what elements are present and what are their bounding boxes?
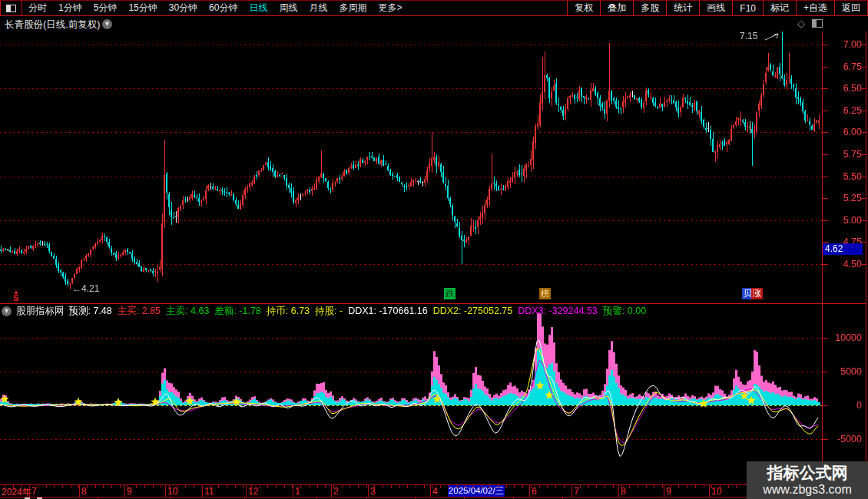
- time-tick: [465, 485, 465, 488]
- time-tick: [613, 485, 614, 488]
- window-icon[interactable]: [812, 19, 823, 28]
- action-item-复权[interactable]: 复权: [568, 1, 601, 16]
- axis-tick: [861, 242, 866, 243]
- time-tick: [383, 485, 383, 488]
- action-item-+自选[interactable]: +自选: [797, 1, 835, 16]
- action-item-多股[interactable]: 多股: [634, 1, 667, 16]
- time-tick: [317, 485, 318, 488]
- time-tick: [62, 485, 63, 488]
- axis-tick: [823, 405, 828, 406]
- time-tick: [605, 485, 605, 488]
- action-item-返回[interactable]: 返回: [835, 1, 867, 16]
- price-axis-label: 6.25: [830, 105, 862, 116]
- time-tick: [300, 485, 301, 488]
- month-label: 2: [333, 486, 339, 497]
- month-label: 4: [432, 486, 438, 497]
- period-item-分时[interactable]: 分时: [28, 2, 47, 15]
- chevron-down-circle-icon[interactable]: ▼: [102, 19, 112, 29]
- month-label: 8: [621, 486, 626, 497]
- ddx-indicator-canvas[interactable]: [0, 304, 822, 484]
- indicator-field: 持币: 6.73: [267, 305, 310, 318]
- axis-tick: [823, 198, 828, 199]
- period-item-5分钟[interactable]: 5分钟: [94, 2, 118, 15]
- period-item-更多>[interactable]: 更多>: [378, 2, 402, 15]
- window-split-icon[interactable]: [0, 1, 22, 16]
- chart-right-border: [866, 31, 866, 497]
- time-tick: [539, 485, 540, 488]
- time-tick: [227, 485, 227, 488]
- period-item-1分钟[interactable]: 1分钟: [58, 2, 82, 15]
- time-tick: [111, 485, 112, 488]
- month-divider: [618, 485, 619, 497]
- time-tick: [704, 485, 704, 488]
- axis-tick: [861, 111, 866, 111]
- time-tick: [87, 485, 88, 488]
- action-item-F10[interactable]: F10: [733, 1, 764, 16]
- period-item-30分钟[interactable]: 30分钟: [169, 2, 197, 15]
- time-tick: [342, 485, 343, 488]
- period-item-15分钟[interactable]: 15分钟: [128, 2, 157, 15]
- time-tick: [498, 485, 499, 488]
- time-tick: [120, 485, 121, 488]
- time-tick: [366, 485, 367, 488]
- period-item-周线[interactable]: 周线: [279, 2, 297, 15]
- main-chart-canvas[interactable]: [0, 31, 822, 303]
- time-tick: [194, 485, 194, 488]
- time-tick: [358, 485, 359, 488]
- axis-tick: [823, 88, 828, 89]
- time-tick: [506, 485, 507, 488]
- axis-tick: [823, 67, 828, 68]
- action-item-标记[interactable]: 标记: [764, 1, 797, 16]
- indicator-axis-label: 10000: [830, 332, 862, 343]
- month-label: 8: [81, 486, 87, 497]
- event-badge-榜[interactable]: 榜: [539, 288, 551, 299]
- period-item-多周期[interactable]: 多周期: [339, 2, 366, 15]
- axis-tick: [861, 220, 866, 221]
- time-tick: [136, 485, 137, 488]
- event-badge-跌[interactable]: 跌: [444, 288, 456, 299]
- month-divider: [571, 485, 572, 497]
- stock-app-window: 分时1分钟5分钟15分钟30分钟60分钟日线周线月线多周期更多> 复权叠加多股统…: [0, 0, 868, 499]
- time-tick: [473, 485, 474, 488]
- month-divider: [79, 485, 80, 497]
- high-price-annotation: 7.15: [740, 31, 757, 41]
- diamond-icon[interactable]: ◇: [797, 18, 805, 29]
- time-tick: [407, 485, 408, 488]
- month-label: 9: [666, 486, 671, 497]
- month-label: 3: [370, 486, 376, 497]
- period-item-60分钟[interactable]: 60分钟: [209, 2, 237, 15]
- title-row: 长青股份(日线.前复权) ▼ ◇: [0, 17, 868, 31]
- month-divider: [165, 485, 166, 497]
- axis-tick: [861, 88, 866, 89]
- month-label: 11: [204, 486, 214, 497]
- period-item-日线[interactable]: 日线: [249, 2, 267, 15]
- axis-tick: [861, 154, 866, 155]
- action-item-统计[interactable]: 统计: [667, 1, 700, 16]
- time-tick: [522, 485, 523, 488]
- chevron-down-circle-icon[interactable]: ▼: [2, 306, 12, 316]
- time-tick: [547, 485, 548, 488]
- time-tick: [654, 485, 654, 488]
- month-label: 12: [248, 486, 258, 497]
- time-tick: [153, 485, 154, 488]
- time-tick: [309, 485, 310, 488]
- indicator-values: 预测: 7.48主买: 2.85主卖: 4.63差额: -1.78持币: 6.7…: [69, 305, 652, 318]
- month-divider: [202, 485, 203, 497]
- action-item-画线[interactable]: 画线: [700, 1, 733, 16]
- time-tick: [580, 485, 581, 488]
- time-tick: [161, 485, 161, 488]
- indicator-field: DDX3: -329244.53: [518, 306, 598, 316]
- indicator-field: DDX2: -275052.75: [433, 306, 513, 316]
- time-tick: [555, 485, 556, 488]
- axis-tick: [823, 154, 828, 155]
- event-badge-涨[interactable]: 涨: [751, 288, 763, 299]
- month-divider: [430, 485, 431, 497]
- month-divider: [124, 485, 125, 497]
- month-label: 10: [167, 486, 177, 497]
- indicator-field: 持股: -: [315, 305, 343, 318]
- month-divider: [331, 485, 332, 497]
- indicator-source[interactable]: 股朋指标网: [16, 305, 65, 318]
- period-item-月线[interactable]: 月线: [309, 2, 327, 15]
- action-item-叠加[interactable]: 叠加: [601, 1, 634, 16]
- month-label: 6: [532, 486, 537, 497]
